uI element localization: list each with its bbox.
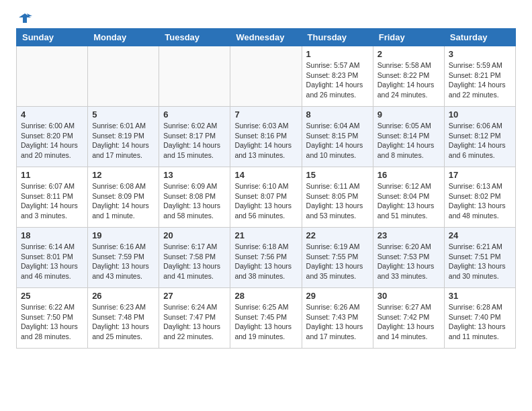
calendar-cell: 14Sunrise: 6:10 AM Sunset: 8:07 PM Dayli… — [230, 167, 302, 228]
day-info: Sunrise: 6:20 AM Sunset: 7:53 PM Dayligh… — [378, 242, 440, 281]
day-number: 23 — [378, 230, 440, 240]
day-info: Sunrise: 6:17 AM Sunset: 7:58 PM Dayligh… — [163, 242, 226, 281]
day-number: 26 — [92, 291, 154, 301]
day-info: Sunrise: 6:10 AM Sunset: 8:07 PM Dayligh… — [234, 181, 297, 221]
calendar-cell: 15Sunrise: 6:11 AM Sunset: 8:05 PM Dayli… — [302, 167, 373, 228]
day-info: Sunrise: 6:07 AM Sunset: 8:11 PM Dayligh… — [21, 181, 83, 221]
calendar-cell: 28Sunrise: 6:25 AM Sunset: 7:45 PM Dayli… — [230, 288, 302, 349]
day-number: 12 — [92, 170, 154, 180]
day-info: Sunrise: 6:22 AM Sunset: 7:50 PM Dayligh… — [21, 302, 83, 342]
day-info: Sunrise: 6:19 AM Sunset: 7:55 PM Dayligh… — [306, 242, 369, 281]
calendar-cell: 2Sunrise: 5:58 AM Sunset: 8:22 PM Daylig… — [373, 46, 444, 107]
day-info: Sunrise: 6:24 AM Sunset: 7:47 PM Dayligh… — [163, 302, 226, 342]
calendar-cell: 31Sunrise: 6:28 AM Sunset: 7:40 PM Dayli… — [444, 288, 515, 349]
day-info: Sunrise: 6:25 AM Sunset: 7:45 PM Dayligh… — [234, 302, 297, 342]
calendar-table: SundayMondayTuesdayWednesdayThursdayFrid… — [16, 28, 516, 349]
day-number: 5 — [92, 109, 154, 120]
day-number: 25 — [21, 291, 83, 301]
day-number: 20 — [163, 230, 226, 240]
calendar-cell: 10Sunrise: 6:06 AM Sunset: 8:12 PM Dayli… — [444, 107, 515, 167]
logo-bird-icon — [17, 11, 32, 26]
calendar-cell: 24Sunrise: 6:21 AM Sunset: 7:51 PM Dayli… — [444, 228, 515, 288]
day-info: Sunrise: 6:23 AM Sunset: 7:48 PM Dayligh… — [92, 302, 154, 342]
calendar-cell: 9Sunrise: 6:05 AM Sunset: 8:14 PM Daylig… — [373, 107, 444, 167]
day-number: 24 — [449, 230, 511, 240]
calendar-cell: 13Sunrise: 6:09 AM Sunset: 8:08 PM Dayli… — [159, 167, 230, 228]
day-number: 7 — [234, 109, 297, 120]
calendar-cell: 7Sunrise: 6:03 AM Sunset: 8:16 PM Daylig… — [230, 107, 302, 167]
calendar-cell — [230, 46, 302, 107]
calendar-cell — [159, 46, 230, 107]
calendar-cell: 11Sunrise: 6:07 AM Sunset: 8:11 PM Dayli… — [17, 167, 88, 228]
calendar-cell: 22Sunrise: 6:19 AM Sunset: 7:55 PM Dayli… — [302, 228, 373, 288]
calendar-cell: 19Sunrise: 6:16 AM Sunset: 7:59 PM Dayli… — [88, 228, 159, 288]
day-number: 1 — [306, 49, 369, 59]
day-number: 31 — [449, 291, 511, 301]
day-number: 22 — [306, 230, 369, 240]
day-info: Sunrise: 6:16 AM Sunset: 7:59 PM Dayligh… — [92, 242, 154, 281]
calendar-cell: 4Sunrise: 6:00 AM Sunset: 8:20 PM Daylig… — [17, 107, 88, 167]
day-info: Sunrise: 6:13 AM Sunset: 8:02 PM Dayligh… — [449, 181, 511, 221]
calendar-cell: 18Sunrise: 6:14 AM Sunset: 8:01 PM Dayli… — [17, 228, 88, 288]
calendar-cell: 20Sunrise: 6:17 AM Sunset: 7:58 PM Dayli… — [159, 228, 230, 288]
day-of-week-header: Monday — [88, 29, 159, 46]
calendar-cell: 16Sunrise: 6:12 AM Sunset: 8:04 PM Dayli… — [373, 167, 444, 228]
calendar-cell: 27Sunrise: 6:24 AM Sunset: 7:47 PM Dayli… — [159, 288, 230, 349]
day-number: 28 — [234, 291, 297, 301]
calendar-cell — [17, 46, 88, 107]
calendar-cell: 1Sunrise: 5:57 AM Sunset: 8:23 PM Daylig… — [302, 46, 373, 107]
day-info: Sunrise: 6:00 AM Sunset: 8:20 PM Dayligh… — [21, 121, 83, 161]
day-number: 9 — [378, 109, 440, 120]
calendar-cell: 5Sunrise: 6:01 AM Sunset: 8:19 PM Daylig… — [88, 107, 159, 167]
day-info: Sunrise: 6:12 AM Sunset: 8:04 PM Dayligh… — [378, 181, 440, 221]
calendar-cell: 26Sunrise: 6:23 AM Sunset: 7:48 PM Dayli… — [88, 288, 159, 349]
day-number: 19 — [92, 230, 154, 240]
calendar-cell: 21Sunrise: 6:18 AM Sunset: 7:56 PM Dayli… — [230, 228, 302, 288]
day-number: 8 — [306, 109, 369, 120]
day-info: Sunrise: 5:57 AM Sunset: 8:23 PM Dayligh… — [306, 60, 369, 100]
day-number: 4 — [21, 109, 83, 120]
day-number: 14 — [234, 170, 297, 180]
day-info: Sunrise: 6:27 AM Sunset: 7:42 PM Dayligh… — [378, 302, 440, 342]
calendar-cell: 23Sunrise: 6:20 AM Sunset: 7:53 PM Dayli… — [373, 228, 444, 288]
day-info: Sunrise: 6:01 AM Sunset: 8:19 PM Dayligh… — [92, 121, 154, 161]
calendar-wrapper: SundayMondayTuesdayWednesdayThursdayFrid… — [0, 28, 532, 357]
day-of-week-header: Wednesday — [230, 29, 302, 46]
day-of-week-header: Saturday — [444, 29, 515, 46]
day-number: 11 — [21, 170, 83, 180]
day-of-week-header: Thursday — [302, 29, 373, 46]
day-info: Sunrise: 6:08 AM Sunset: 8:09 PM Dayligh… — [92, 181, 154, 221]
logo — [16, 11, 32, 23]
calendar-cell: 25Sunrise: 6:22 AM Sunset: 7:50 PM Dayli… — [17, 288, 88, 349]
day-number: 2 — [378, 49, 440, 59]
calendar-header: SundayMondayTuesdayWednesdayThursdayFrid… — [17, 29, 516, 46]
day-number: 18 — [21, 230, 83, 240]
calendar-cell: 12Sunrise: 6:08 AM Sunset: 8:09 PM Dayli… — [88, 167, 159, 228]
day-info: Sunrise: 6:02 AM Sunset: 8:17 PM Dayligh… — [163, 121, 226, 161]
page-header — [0, 0, 532, 28]
calendar-cell: 29Sunrise: 6:26 AM Sunset: 7:43 PM Dayli… — [302, 288, 373, 349]
day-info: Sunrise: 5:58 AM Sunset: 8:22 PM Dayligh… — [378, 60, 440, 100]
day-number: 30 — [378, 291, 440, 301]
day-number: 21 — [234, 230, 297, 240]
calendar-cell: 17Sunrise: 6:13 AM Sunset: 8:02 PM Dayli… — [444, 167, 515, 228]
calendar-cell: 8Sunrise: 6:04 AM Sunset: 8:15 PM Daylig… — [302, 107, 373, 167]
day-info: Sunrise: 6:05 AM Sunset: 8:14 PM Dayligh… — [378, 121, 440, 161]
day-info: Sunrise: 6:18 AM Sunset: 7:56 PM Dayligh… — [234, 242, 297, 281]
day-of-week-header: Friday — [373, 29, 444, 46]
day-info: Sunrise: 6:28 AM Sunset: 7:40 PM Dayligh… — [449, 302, 511, 342]
day-number: 15 — [306, 170, 369, 180]
day-number: 13 — [163, 170, 226, 180]
day-info: Sunrise: 6:21 AM Sunset: 7:51 PM Dayligh… — [449, 242, 511, 281]
day-number: 29 — [306, 291, 369, 301]
day-number: 27 — [163, 291, 226, 301]
day-info: Sunrise: 6:06 AM Sunset: 8:12 PM Dayligh… — [449, 121, 511, 161]
day-of-week-header: Sunday — [17, 29, 88, 46]
day-of-week-header: Tuesday — [159, 29, 230, 46]
day-info: Sunrise: 6:26 AM Sunset: 7:43 PM Dayligh… — [306, 302, 369, 342]
calendar-cell: 3Sunrise: 5:59 AM Sunset: 8:21 PM Daylig… — [444, 46, 515, 107]
day-number: 6 — [163, 109, 226, 120]
day-info: Sunrise: 6:03 AM Sunset: 8:16 PM Dayligh… — [234, 121, 297, 161]
day-number: 3 — [449, 49, 511, 59]
day-info: Sunrise: 6:11 AM Sunset: 8:05 PM Dayligh… — [306, 181, 369, 221]
